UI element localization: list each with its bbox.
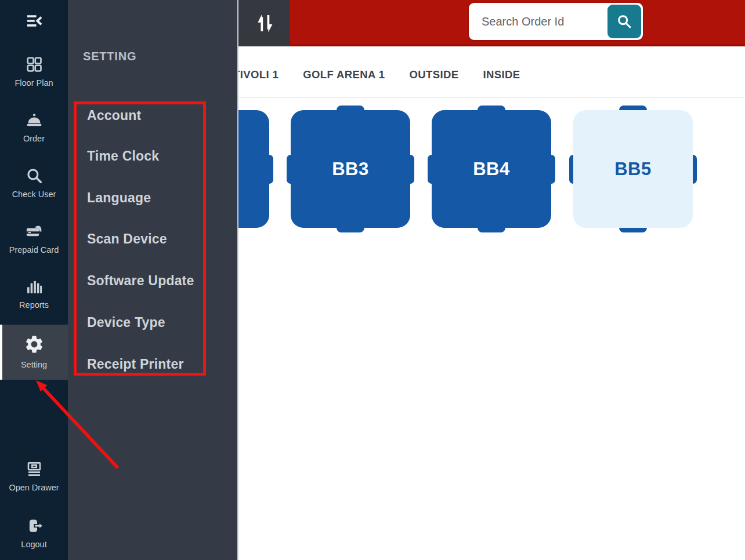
search-icon — [616, 13, 633, 30]
settings-panel-title: SETTING — [83, 50, 136, 63]
sort-arrows-icon — [252, 11, 277, 35]
sidebar-item-label: Open Drawer — [9, 483, 59, 492]
sidebar-item-label: Setting — [21, 360, 47, 369]
sidebar-item-reports[interactable]: Reports — [0, 278, 68, 310]
sidebar-item-label: Check User — [12, 190, 56, 199]
sidebar-item-label: Order — [23, 134, 45, 143]
sidebar-item-floor-plan[interactable]: Floor Plan — [0, 56, 68, 88]
sort-tables-button[interactable] — [238, 0, 290, 46]
check-user-icon — [26, 167, 43, 184]
menu-item-scan-device[interactable]: Scan Device — [87, 231, 167, 247]
sidebar-item-open-drawer[interactable]: Open Drawer — [0, 460, 68, 492]
area-tabs: TIVOLI 1 GOLF ARENA 1 OUTSIDE INSIDE — [233, 51, 520, 99]
menu-item-time-clock[interactable]: Time Clock — [87, 148, 159, 164]
tab-inside[interactable]: INSIDE — [483, 68, 520, 81]
collapse-menu-button[interactable] — [0, 8, 68, 34]
menu-item-account[interactable]: Account — [87, 108, 141, 123]
sidebar-item-order[interactable]: Order — [0, 111, 68, 143]
setting-active-indicator — [0, 325, 2, 380]
sidebar-item-setting[interactable]: Setting — [0, 325, 68, 380]
order-search-box — [469, 3, 643, 40]
sidebar-item-check-user[interactable]: Check User — [0, 167, 68, 199]
prepaid-card-icon — [26, 223, 43, 240]
search-button[interactable] — [607, 5, 641, 38]
tab-outside[interactable]: OUTSIDE — [409, 68, 458, 81]
sidebar-item-label: Prepaid Card — [9, 245, 59, 254]
table-label: BB4 — [473, 159, 510, 180]
table-card-bb3[interactable]: BB3 — [291, 110, 410, 228]
table-card-bb5[interactable]: BB5 — [573, 110, 693, 228]
menu-item-device-type[interactable]: Device Type — [87, 315, 165, 330]
sidebar-item-prepaid-card[interactable]: Prepaid Card — [0, 223, 68, 254]
search-input[interactable] — [469, 3, 603, 40]
top-bar — [238, 0, 745, 46]
tab-tivoli-1[interactable]: TIVOLI 1 — [233, 68, 279, 81]
logout-icon — [26, 517, 43, 534]
tab-golf-arena-1[interactable]: GOLF ARENA 1 — [303, 68, 385, 81]
reports-icon — [26, 278, 43, 295]
sidebar-item-label: Reports — [19, 300, 49, 310]
table-card-bb4[interactable]: BB4 — [432, 110, 551, 228]
open-drawer-icon — [26, 460, 43, 478]
sidebar-item-label: Floor Plan — [15, 78, 53, 88]
menu-open-icon — [24, 11, 44, 31]
table-label: BB3 — [332, 159, 369, 180]
menu-item-receipt-printer[interactable]: Receipt Printer — [87, 357, 184, 372]
menu-item-software-update[interactable]: Software Update — [87, 273, 194, 289]
order-icon — [26, 111, 43, 129]
settings-panel: SETTING Account Time Clock Language Scan… — [68, 0, 238, 560]
setting-icon — [24, 334, 45, 355]
floor-plan-icon — [26, 56, 43, 73]
sidebar-item-logout[interactable]: Logout — [0, 517, 68, 549]
menu-item-language[interactable]: Language — [87, 190, 151, 206]
sidebar: Floor Plan Order Check User — [0, 0, 68, 560]
pos-app-screen: TIVOLI 1 GOLF ARENA 1 OUTSIDE INSIDE BB3 — [0, 0, 745, 560]
table-label: BB5 — [614, 159, 652, 180]
sidebar-item-label: Logout — [21, 540, 46, 549]
